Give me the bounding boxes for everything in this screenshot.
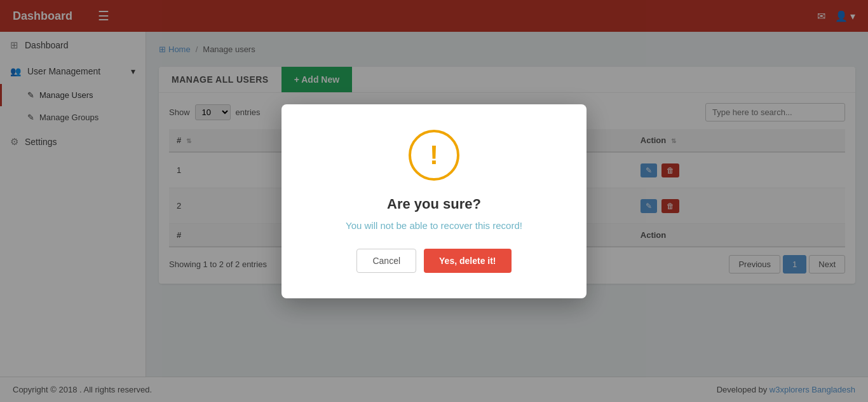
modal-message: You will not be able to recover this rec…: [313, 220, 555, 231]
confirm-delete-button[interactable]: Yes, delete it!: [424, 249, 511, 273]
modal-title: Are you sure?: [313, 196, 555, 212]
modal-buttons: Cancel Yes, delete it!: [313, 249, 555, 273]
cancel-button[interactable]: Cancel: [356, 249, 416, 273]
warning-icon: !: [409, 130, 459, 181]
modal-overlay[interactable]: ! Are you sure? You will not be able to …: [0, 0, 868, 402]
confirmation-modal: ! Are you sure? You will not be able to …: [281, 104, 587, 298]
